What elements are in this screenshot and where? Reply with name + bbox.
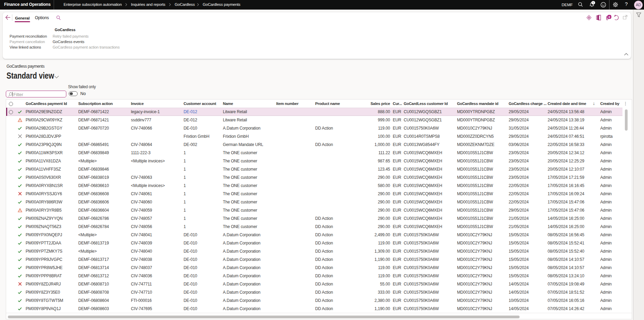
svg-text:0: 0 [608, 15, 610, 19]
